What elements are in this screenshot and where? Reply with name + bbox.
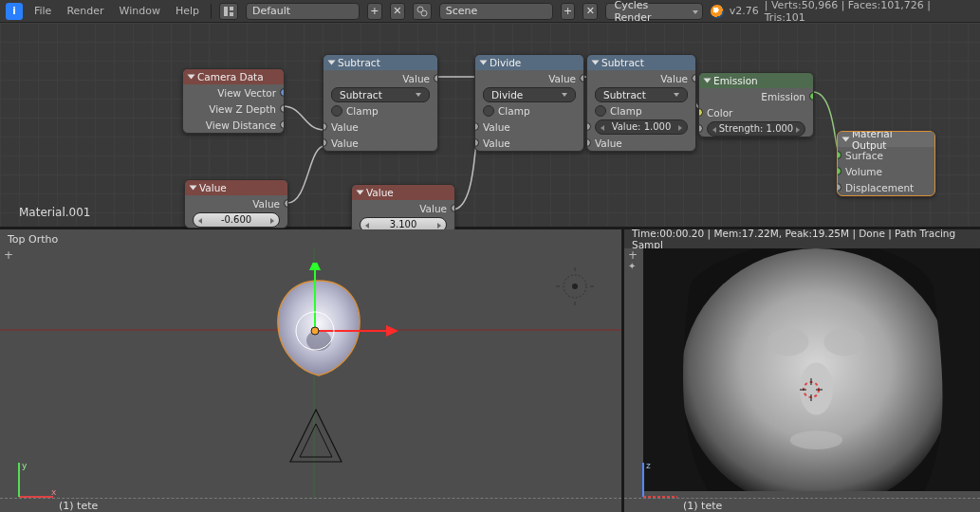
material-name: Material.001 — [19, 206, 90, 219]
in-volume: Volume — [845, 166, 882, 177]
camera-object[interactable] — [283, 405, 349, 471]
node-header[interactable]: Subtract — [587, 55, 695, 70]
node-header[interactable]: Emission — [699, 73, 813, 88]
node-header[interactable]: Camera Data — [183, 69, 284, 84]
plus-icon[interactable]: + — [628, 250, 638, 260]
object-name-label: (1) tete — [0, 499, 621, 512]
out-view-vector: View Vector — [217, 87, 276, 99]
svg-point-16 — [564, 275, 586, 298]
version-label: v2.76 — [730, 5, 759, 17]
op-label: Divide — [491, 89, 523, 101]
node-header[interactable]: Value — [352, 185, 454, 200]
clamp-label: Clamp — [610, 105, 642, 117]
origin-icon — [308, 324, 322, 338]
viewport-row: Top Ortho + — [0, 229, 980, 512]
node-header[interactable]: Divide — [475, 55, 583, 70]
screen-layout-icon[interactable] — [219, 3, 238, 20]
out-value: Value — [419, 203, 447, 214]
collapse-icon[interactable] — [357, 191, 364, 195]
scene-selector[interactable]: Scene — [439, 3, 553, 20]
collapse-icon[interactable] — [704, 79, 712, 83]
out-value: Value — [252, 198, 280, 210]
in-displacement: Displacement — [845, 182, 914, 193]
value-number: -0.600 — [221, 214, 251, 225]
clamp-checkbox[interactable] — [595, 105, 606, 117]
scene-icon[interactable] — [413, 3, 432, 20]
number-field[interactable]: -0.600 — [193, 212, 280, 228]
engine-label: Cycles Render — [614, 0, 688, 24]
node-header[interactable]: Value — [185, 180, 287, 195]
svg-rect-0 — [224, 7, 228, 16]
node-header[interactable]: Material Output — [838, 132, 934, 147]
node-emission[interactable]: Emission Emission Color Strength: 1.000 — [698, 72, 814, 137]
view-toggles[interactable]: + — [4, 250, 13, 260]
svg-marker-15 — [300, 424, 332, 457]
svg-point-4 — [421, 10, 427, 16]
collapse-icon[interactable] — [842, 137, 850, 142]
node-material-output[interactable]: Material Output Surface Volume Displacem… — [837, 131, 935, 196]
menu-help[interactable]: Help — [172, 3, 203, 19]
node-value-1[interactable]: Value Value -0.600 — [184, 179, 288, 229]
node-divide[interactable]: Divide Value Divide Clamp Value Value — [474, 54, 584, 152]
in-value-2: Value — [483, 137, 510, 149]
remove-scene-icon[interactable]: ✕ — [582, 3, 598, 20]
collapse-icon[interactable] — [190, 186, 197, 191]
clamp-checkbox[interactable] — [331, 105, 342, 117]
menu-file[interactable]: File — [30, 3, 55, 19]
collapse-icon[interactable] — [592, 61, 600, 65]
node-title: Emission — [713, 75, 758, 86]
node-editor[interactable]: Camera Data View Vector View Z Depth Vie… — [0, 23, 980, 227]
svg-point-29 — [767, 328, 808, 357]
viewport-3d-left[interactable]: Top Ortho + — [0, 229, 624, 512]
collapse-icon[interactable] — [480, 61, 488, 65]
node-title: Subtract — [338, 57, 380, 68]
clamp-checkbox[interactable] — [483, 105, 494, 117]
separator-icon — [211, 4, 212, 19]
node-out-value: Value — [548, 73, 576, 84]
in-color: Color — [707, 107, 732, 119]
node-subtract-1[interactable]: Subtract Value Subtract Clamp Value Valu… — [323, 54, 438, 152]
expand-icon[interactable]: ✦ — [628, 262, 638, 271]
node-header[interactable]: Subtract — [324, 55, 437, 70]
svg-marker-14 — [290, 410, 342, 462]
collapse-icon[interactable] — [328, 61, 336, 65]
value-number: 1.000 — [644, 121, 672, 132]
axis-gizmo-icon: x y — [13, 459, 57, 503]
render-stats-bar: Time:00:00.20 | Mem:17.22M, Peak:19.25M … — [624, 229, 980, 248]
node-subtract-2[interactable]: Subtract Value Subtract Clamp Value: 1.0… — [586, 54, 696, 152]
render-engine-selector[interactable]: Cycles Render — [605, 3, 702, 20]
node-title: Value — [199, 182, 227, 193]
svg-point-30 — [823, 328, 864, 357]
node-value-2[interactable]: Value Value 3.100 — [351, 184, 455, 233]
viewport-render-right[interactable]: Time:00:00.20 | Mem:17.22M, Peak:19.25M … — [624, 229, 980, 512]
info-icon[interactable]: i — [6, 3, 23, 20]
layout-name: Default — [252, 5, 290, 17]
object-name-label: (1) tete — [624, 499, 980, 512]
collapse-icon[interactable] — [188, 75, 195, 80]
node-out-value: Value — [402, 73, 430, 84]
math-op-dropdown[interactable]: Subtract — [331, 87, 430, 102]
plus-icon[interactable]: + — [4, 250, 13, 260]
math-op-dropdown[interactable]: Subtract — [595, 87, 688, 102]
add-layout-icon[interactable]: + — [367, 3, 382, 20]
svg-point-13 — [311, 327, 319, 335]
value-input[interactable]: Value: 1.000 — [595, 119, 688, 135]
math-op-dropdown[interactable]: Divide — [483, 87, 576, 102]
in-value-1: Value — [331, 121, 359, 133]
add-scene-icon[interactable]: + — [561, 3, 576, 20]
in-surface: Surface — [845, 150, 883, 161]
render-preview — [643, 248, 980, 491]
layout-selector[interactable]: Default — [246, 3, 360, 20]
svg-rect-1 — [230, 7, 233, 10]
node-title: Divide — [490, 57, 521, 68]
out-view-distance: View Distance — [206, 119, 276, 131]
menu-window[interactable]: Window — [116, 3, 164, 19]
node-camera-data[interactable]: Camera Data View Vector View Z Depth Vie… — [182, 68, 285, 134]
menu-render[interactable]: Render — [63, 3, 107, 19]
lamp-object[interactable] — [556, 267, 594, 305]
stats-bar: v2.76 | Verts:50,966 | Faces:101,726 | T… — [711, 0, 974, 24]
value-number: 3.100 — [390, 219, 417, 229]
remove-layout-icon[interactable]: ✕ — [390, 3, 405, 20]
strength-input[interactable]: Strength: 1.000 — [707, 121, 805, 137]
view-toggles[interactable]: + ✦ — [628, 250, 638, 271]
